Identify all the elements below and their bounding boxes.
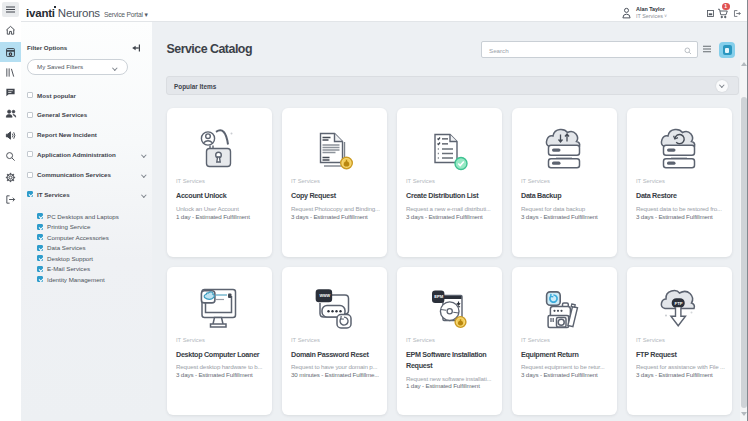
svg-text:FTP: FTP [675, 301, 683, 306]
svg-text:EPM: EPM [434, 294, 444, 299]
svg-text:WWW: WWW [319, 294, 330, 298]
